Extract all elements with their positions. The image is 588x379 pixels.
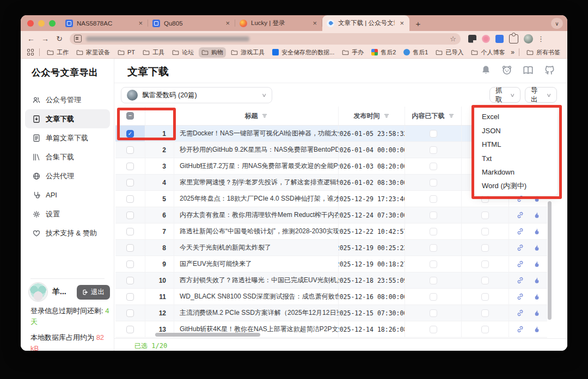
tab-close-icon[interactable]: × <box>137 20 144 27</box>
hidden-column-checkbox[interactable] <box>481 277 489 284</box>
flame-icon[interactable] <box>533 276 541 284</box>
content-downloaded-cell[interactable] <box>405 142 462 158</box>
sidebar-item-3[interactable]: 合集下载 <box>25 147 110 166</box>
sidebar-item-4[interactable]: 公共代理 <box>25 166 110 185</box>
filter-icon[interactable] <box>383 113 390 119</box>
content-downloaded-cell[interactable] <box>405 175 462 190</box>
content-downloaded-cell[interactable] <box>405 289 462 305</box>
hidden-column-checkbox[interactable] <box>481 326 489 333</box>
hidden-column-cell[interactable] <box>462 256 509 272</box>
content-downloaded-checkbox[interactable] <box>430 244 437 252</box>
content-downloaded-checkbox[interactable] <box>430 212 437 219</box>
fetch-button[interactable]: 抓取∨ <box>489 87 520 103</box>
minimize-window-button[interactable] <box>38 20 45 27</box>
row-select-cell[interactable] <box>115 289 145 305</box>
browser-tab-0[interactable]: NAS5878AC× <box>61 15 148 31</box>
link-icon[interactable] <box>516 227 524 235</box>
bell-icon[interactable] <box>480 65 492 76</box>
content-downloaded-cell[interactable] <box>405 256 462 272</box>
table-row-11[interactable]: 11WD_BLACK SN8100 SSD深度测试报告：成也萧何败也萧何，...… <box>115 289 547 305</box>
row-select-cell[interactable] <box>115 272 145 288</box>
table-row-9[interactable]: 9国产EUV光刻可能快来了2025-12-19 00:18:27 <box>115 256 547 272</box>
link-icon[interactable] <box>516 293 524 301</box>
reload-icon[interactable]: ↻ <box>52 34 66 43</box>
row-checkbox[interactable] <box>126 293 134 301</box>
browser-tab-2[interactable]: Lucky | 登录× <box>235 15 322 31</box>
content-downloaded-cell[interactable] <box>405 191 462 207</box>
back-icon[interactable]: ← <box>24 34 38 43</box>
browser-tab-1[interactable]: Qu805× <box>148 15 235 31</box>
row-select-cell[interactable] <box>115 207 145 223</box>
filter-icon[interactable] <box>261 113 268 119</box>
url-bar[interactable]: ☆ <box>70 33 461 45</box>
sidebar-item-6[interactable]: 设置 <box>25 204 110 223</box>
hidden-column-checkbox[interactable] <box>481 309 489 317</box>
bookmark-item-11[interactable]: 已导入 <box>433 47 466 58</box>
link-icon[interactable] <box>516 211 524 219</box>
content-downloaded-checkbox[interactable] <box>430 195 437 203</box>
row-checkbox[interactable] <box>126 277 134 284</box>
bookmark-star-icon[interactable]: ☆ <box>450 35 456 43</box>
flame-icon[interactable] <box>533 293 541 301</box>
table-row-7[interactable]: 7路透社新闻公布“中国曼哈顿计划”，推测2028-2030实现商用2025-12… <box>115 223 547 240</box>
content-downloaded-cell[interactable] <box>405 158 462 174</box>
row-checkbox[interactable] <box>126 326 134 333</box>
row-select-cell[interactable] <box>115 191 145 207</box>
tab-close-icon[interactable]: × <box>311 20 318 27</box>
table-row-12[interactable]: 12主流消费级M.2 PCIe SSD方案详解（2025年12月12日更新）20… <box>115 305 547 321</box>
content-downloaded-checkbox[interactable] <box>430 260 437 268</box>
bookmark-item-6[interactable]: 游戏工具 <box>228 47 267 58</box>
sidebar-item-5[interactable]: API <box>25 185 110 204</box>
row-select-cell[interactable] <box>115 158 145 174</box>
bookmark-item-5[interactable]: 购物 <box>199 47 226 58</box>
content-downloaded-cell[interactable] <box>405 305 462 321</box>
forward-icon[interactable]: → <box>38 34 52 43</box>
bookmark-item-1[interactable]: 家里设备 <box>74 47 113 58</box>
row-select-cell[interactable] <box>115 223 145 239</box>
vertical-scrollbar[interactable] <box>548 201 552 320</box>
table-row-8[interactable]: 8今天关于光刻机的新闻太炸裂了2025-12-19 00:25:23 <box>115 240 547 256</box>
browser-tab-3[interactable]: 文章下载 | 公众号文章导出× <box>322 15 409 31</box>
hidden-column-cell[interactable] <box>462 321 509 337</box>
bookmarks-overflow-chevron[interactable]: » <box>507 48 518 56</box>
extension-icon-blue[interactable] <box>495 35 504 43</box>
row-select-cell[interactable] <box>115 305 145 321</box>
row-checkbox[interactable] <box>126 179 134 187</box>
flame-icon[interactable] <box>533 211 541 219</box>
bookmark-item-8[interactable]: 手办 <box>339 47 366 58</box>
row-select-cell[interactable] <box>115 256 145 272</box>
content-downloaded-cell[interactable] <box>405 240 462 256</box>
site-info-icon[interactable] <box>74 35 82 42</box>
content-downloaded-checkbox[interactable] <box>430 293 437 301</box>
row-select-cell[interactable] <box>115 175 145 190</box>
row-checkbox[interactable] <box>126 228 134 235</box>
sidebar-item-2[interactable]: 单篇文章下载 <box>25 128 110 147</box>
extension-icon-pink[interactable] <box>482 35 490 43</box>
bookmark-item-2[interactable]: PT <box>115 48 138 57</box>
link-icon[interactable] <box>516 260 524 268</box>
content-downloaded-checkbox[interactable] <box>430 179 437 187</box>
content-downloaded-cell[interactable] <box>405 207 462 223</box>
flame-icon[interactable] <box>533 227 541 235</box>
link-icon[interactable] <box>516 309 524 317</box>
logout-button[interactable]: 退出 <box>77 285 110 300</box>
row-checkbox[interactable] <box>126 244 134 252</box>
hidden-column-checkbox[interactable] <box>481 260 489 268</box>
browser-menu-icon[interactable]: ⋮ <box>537 35 544 43</box>
link-icon[interactable] <box>516 244 524 252</box>
hidden-column-cell[interactable] <box>462 240 509 256</box>
tab-search-chevron-icon[interactable]: ∨ <box>551 18 563 29</box>
account-selector[interactable]: 飘雷爱数码 (20篇) ∨ <box>121 87 272 103</box>
extensions-puzzle-icon[interactable] <box>509 34 518 44</box>
content-downloaded-checkbox[interactable] <box>430 228 437 235</box>
bookmark-item-9[interactable]: 售后2 <box>369 47 399 58</box>
browser-profile-avatar[interactable] <box>524 34 533 44</box>
row-checkbox[interactable] <box>126 146 134 154</box>
maximize-window-button[interactable] <box>49 20 56 27</box>
row-checkbox[interactable] <box>126 163 134 170</box>
bookmark-item-7[interactable]: 安全储存您的数据... <box>270 47 337 58</box>
bookmark-item-0[interactable]: 工作 <box>44 47 71 58</box>
link-icon[interactable] <box>516 325 524 333</box>
table-row-6[interactable]: 6内存太贵有救星：教你用清理软件Mem Reduct榨干内存性能2025-12-… <box>115 207 547 223</box>
content-downloaded-checkbox[interactable] <box>430 146 437 154</box>
